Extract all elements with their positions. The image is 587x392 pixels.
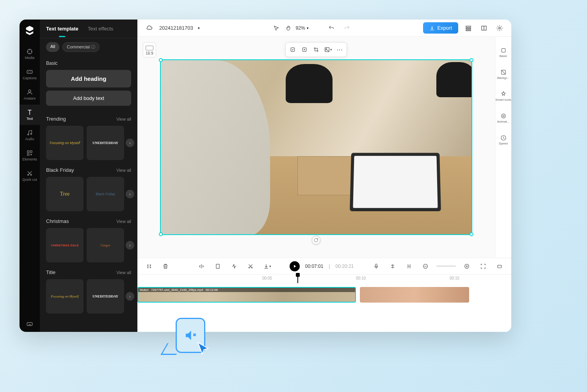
nav-audio[interactable]: Audio — [20, 125, 40, 145]
scroll-right-icon[interactable]: › — [126, 190, 134, 198]
template-card[interactable]: Tree — [46, 177, 84, 211]
nav-quickcut[interactable]: Quick cut — [20, 166, 40, 186]
delete-icon[interactable] — [160, 261, 171, 272]
svg-point-3 — [30, 134, 32, 135]
blackfriday-view-all[interactable]: View all — [116, 168, 131, 173]
svg-point-26 — [249, 267, 250, 268]
prop-animation[interactable]: Animat... — [495, 108, 512, 128]
resize-handle[interactable] — [470, 232, 473, 236]
scroll-right-icon[interactable]: › — [126, 139, 134, 147]
add-heading-button[interactable]: Add heading — [46, 70, 131, 87]
keyboard-icon[interactable] — [20, 316, 40, 332]
resize-handle[interactable] — [470, 58, 473, 62]
align-icon[interactable] — [387, 261, 398, 272]
split-icon[interactable] — [144, 261, 155, 272]
crop-icon[interactable] — [311, 44, 322, 55]
more-icon[interactable]: ⋯ — [334, 44, 345, 55]
prop-speed[interactable]: Speed — [495, 130, 512, 150]
nav-text[interactable]: Text — [20, 105, 40, 125]
title-view-all[interactable]: View all — [116, 270, 131, 275]
marker-icon[interactable] — [404, 261, 414, 272]
video-clip[interactable] — [360, 287, 469, 303]
rotate-handle[interactable] — [312, 236, 320, 244]
resize-icon[interactable] — [299, 44, 310, 55]
chip-all[interactable]: All — [46, 42, 59, 52]
svg-rect-31 — [498, 265, 501, 268]
prop-smart-tools[interactable]: Smart tools — [495, 86, 512, 106]
title-header: Title — [46, 269, 55, 275]
tab-text-template[interactable]: Text template — [46, 26, 78, 32]
cloud-icon[interactable] — [144, 23, 155, 34]
svg-rect-9 — [27, 323, 32, 326]
blackfriday-header: Black Friday — [46, 167, 74, 173]
nav-elements[interactable]: Elements — [20, 145, 40, 166]
basic-header: Basic — [46, 61, 131, 66]
tab-text-effects[interactable]: Text effects — [88, 26, 114, 32]
svg-rect-28 — [375, 264, 377, 267]
timeline-ruler[interactable]: 00:05 00:10 00:15 — [137, 274, 511, 283]
video-clip[interactable]: Muted 7287757-uhd_3840_2160_25fps.mp4 00… — [137, 287, 356, 303]
video-canvas[interactable] — [160, 59, 472, 235]
svg-rect-5 — [30, 151, 32, 153]
expand-icon[interactable] — [494, 261, 505, 272]
scroll-right-icon[interactable]: › — [126, 241, 134, 249]
scroll-right-icon[interactable]: › — [126, 292, 134, 301]
nav-media[interactable]: Media — [20, 44, 40, 64]
app-logo-icon[interactable] — [24, 25, 35, 36]
select-tool-icon[interactable] — [271, 23, 282, 34]
template-card[interactable]: Focusing on Myself — [46, 126, 84, 160]
hand-tool-icon[interactable] — [283, 23, 294, 34]
template-card[interactable]: CHRISTMAS SALE — [46, 228, 84, 262]
chevron-down-icon[interactable]: ▾ — [307, 26, 309, 30]
split-view-icon[interactable] — [478, 23, 489, 34]
svg-point-1 — [28, 90, 31, 92]
redo-icon[interactable] — [342, 23, 352, 34]
fit-icon[interactable] — [478, 261, 489, 272]
canvas-area[interactable]: 16:9 ▾ ⋯ — [137, 37, 495, 258]
speed-icon[interactable] — [229, 261, 240, 272]
zoom-out-icon[interactable] — [420, 261, 431, 272]
add-body-text-button[interactable]: Add body text — [46, 91, 131, 106]
undo-icon[interactable] — [326, 23, 337, 34]
prop-basic[interactable]: Basic — [495, 42, 512, 62]
panel-tabs: Text template Text effects — [40, 20, 137, 38]
nav-media-label: Media — [25, 56, 35, 60]
crop-clip-icon[interactable] — [212, 261, 223, 272]
aspect-ratio-chip[interactable]: 16:9 — [143, 42, 156, 57]
download-icon[interactable]: ▾ — [261, 261, 272, 272]
prop-background[interactable]: Backgr... — [495, 64, 512, 84]
chevron-down-icon[interactable]: ▾ — [198, 26, 200, 30]
nav-avatars[interactable]: Avatars — [20, 84, 40, 105]
nav-captions[interactable]: Captions — [20, 64, 40, 84]
template-card[interactable]: UNEDITEDDAY — [87, 126, 124, 160]
template-card[interactable]: UNEDITEDDAY — [87, 279, 124, 314]
settings-icon[interactable] — [494, 23, 505, 34]
play-button[interactable] — [290, 261, 300, 271]
template-card[interactable]: Black Friday — [87, 177, 124, 211]
app-window: Media Captions Avatars Text Audio Elemen… — [20, 20, 511, 332]
svg-rect-25 — [216, 264, 219, 268]
template-card[interactable]: Focusing on Myself — [46, 279, 84, 314]
svg-rect-12 — [466, 30, 471, 30]
playhead[interactable] — [297, 274, 298, 283]
zoom-slider[interactable] — [436, 265, 456, 267]
christmas-header: Christmas — [46, 218, 69, 224]
cut-icon[interactable] — [245, 261, 256, 272]
resize-handle[interactable] — [159, 58, 163, 62]
christmas-view-all[interactable]: View all — [116, 219, 131, 224]
chip-commercial[interactable]: Commercial ⓘ — [62, 42, 100, 52]
template-card[interactable]: Ginger — [87, 228, 124, 262]
export-button[interactable]: Export — [423, 22, 458, 34]
enhance-icon[interactable] — [287, 44, 298, 55]
svg-point-22 — [501, 114, 505, 118]
project-name[interactable]: 202412181703 — [159, 25, 193, 31]
trending-view-all[interactable]: View all — [116, 117, 131, 121]
mirror-icon[interactable] — [196, 261, 207, 272]
svg-point-2 — [28, 134, 29, 135]
zoom-in-icon[interactable] — [461, 261, 472, 272]
zoom-value[interactable]: 92% — [296, 25, 305, 31]
resize-handle[interactable] — [159, 232, 163, 236]
layout-icon[interactable] — [463, 23, 474, 34]
image-tool-icon[interactable]: ▾ — [322, 44, 333, 55]
mic-icon[interactable] — [371, 261, 382, 272]
